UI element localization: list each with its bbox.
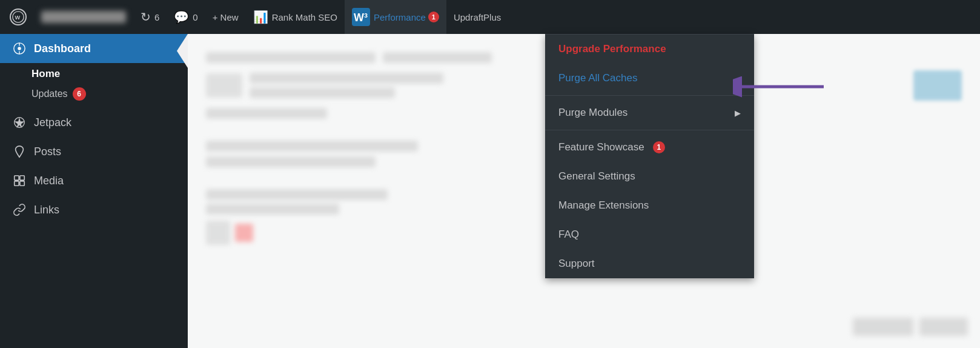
dropdown-divider-1 xyxy=(545,95,754,96)
feature-showcase-label: Feature Showcase xyxy=(558,141,644,153)
dropdown-item-purge-modules[interactable]: Purge Modules ▶ xyxy=(545,98,754,127)
posts-icon xyxy=(12,144,27,159)
dropdown-item-support[interactable]: Support xyxy=(545,249,754,278)
arrow-svg xyxy=(733,72,830,102)
faq-label: FAQ xyxy=(558,229,579,241)
pink-block xyxy=(235,224,253,242)
bottom-blurred-blocks xyxy=(853,318,968,336)
svg-rect-13 xyxy=(20,181,24,186)
dropdown-item-purge-caches[interactable]: Purge All Caches xyxy=(545,64,754,93)
svg-rect-11 xyxy=(20,176,24,180)
wordpress-icon: W xyxy=(10,8,27,25)
dropdown-item-general-settings[interactable]: General Settings xyxy=(545,162,754,191)
gray-block xyxy=(206,221,230,245)
performance-button[interactable]: W³ Performance 1 xyxy=(345,0,446,34)
general-settings-label: General Settings xyxy=(558,170,635,182)
comments-count: 0 xyxy=(193,12,197,22)
bottom-block-2 xyxy=(919,318,968,336)
comments-icon: 💬 xyxy=(174,10,189,24)
jetpack-label: Jetpack xyxy=(34,116,71,129)
performance-label: Performance xyxy=(374,12,426,22)
svg-rect-12 xyxy=(15,181,19,186)
placeholder-7 xyxy=(206,141,418,152)
rank-math-label: Rank Math SEO xyxy=(272,12,337,22)
admin-bar: W ↻ 6 💬 0 + New 📊 Rank Math SEO W³ Perfo… xyxy=(0,0,980,34)
placeholder-1 xyxy=(206,52,376,63)
bottom-block-1 xyxy=(853,318,913,336)
upgrade-performance-label: Upgrade Performance xyxy=(558,43,666,55)
dropdown-item-manage-extensions[interactable]: Manage Extensions xyxy=(545,191,754,220)
media-label: Media xyxy=(34,175,64,187)
active-indicator xyxy=(188,38,199,59)
site-name-button[interactable] xyxy=(34,0,133,34)
dropdown-item-faq[interactable]: FAQ xyxy=(545,220,754,249)
sidebar-item-posts[interactable]: Posts xyxy=(0,137,188,166)
updates-row: Updates 6 xyxy=(31,87,176,101)
w3-performance-icon: W³ xyxy=(352,8,370,26)
dashboard-icon xyxy=(12,41,27,56)
placeholder-10 xyxy=(206,204,339,215)
svg-rect-10 xyxy=(15,176,19,180)
comments-button[interactable]: 💬 0 xyxy=(167,0,205,34)
dropdown-divider-2 xyxy=(545,130,754,130)
rank-math-icon: 📊 xyxy=(253,10,268,24)
sidebar-item-home[interactable]: Home xyxy=(0,63,188,82)
updates-label: Updates xyxy=(31,89,68,99)
feature-showcase-badge: 1 xyxy=(653,141,665,153)
placeholder-6 xyxy=(206,108,327,119)
svg-point-5 xyxy=(18,47,21,50)
submenu-arrow-icon: ▶ xyxy=(735,109,741,118)
svg-text:W: W xyxy=(15,15,21,21)
sidebar-item-media[interactable]: Media xyxy=(0,166,188,195)
purge-caches-label: Purge All Caches xyxy=(558,72,637,84)
sync-button[interactable]: ↻ 6 xyxy=(133,0,167,34)
placeholder-2 xyxy=(383,52,492,63)
purge-modules-label: Purge Modules xyxy=(558,107,627,119)
links-label: Links xyxy=(34,204,59,216)
rank-math-button[interactable]: 📊 Rank Math SEO xyxy=(246,0,345,34)
purge-caches-arrow-annotation xyxy=(733,72,830,104)
new-label: + New xyxy=(213,12,239,22)
home-label: Home xyxy=(31,68,60,79)
performance-badge: 1 xyxy=(428,12,439,22)
updraftplus-button[interactable]: UpdraftPlus xyxy=(446,0,508,34)
blue-accent-block xyxy=(913,70,962,101)
jetpack-icon xyxy=(12,115,27,130)
site-name-blurred xyxy=(41,11,126,23)
manage-extensions-label: Manage Extensions xyxy=(558,199,649,212)
performance-dropdown-menu: Upgrade Performance Purge All Caches Pur… xyxy=(545,34,754,278)
links-icon xyxy=(12,202,27,217)
color-blocks-row xyxy=(206,221,388,245)
posts-label: Posts xyxy=(34,146,61,158)
placeholder-5 xyxy=(250,87,395,98)
dropdown-item-feature-showcase[interactable]: Feature Showcase 1 xyxy=(545,133,754,162)
placeholder-3 xyxy=(206,73,242,98)
placeholder-4 xyxy=(250,73,443,84)
updates-badge: 6 xyxy=(73,87,86,101)
media-icon xyxy=(12,173,27,188)
updraftplus-label: UpdraftPlus xyxy=(454,12,501,22)
sync-icon: ↻ xyxy=(141,10,151,24)
svg-text:W³: W³ xyxy=(354,12,368,24)
placeholder-9 xyxy=(206,189,388,200)
sidebar-item-jetpack[interactable]: Jetpack xyxy=(0,108,188,137)
dropdown-item-upgrade[interactable]: Upgrade Performance xyxy=(545,35,754,64)
sync-count: 6 xyxy=(154,12,159,22)
sidebar-item-updates[interactable]: Updates 6 xyxy=(0,82,188,103)
wp-logo-button[interactable]: W xyxy=(2,0,34,34)
dashboard-label: Dashboard xyxy=(34,42,91,55)
sidebar-item-dashboard[interactable]: Dashboard xyxy=(0,34,188,63)
placeholder-8 xyxy=(206,156,376,167)
new-content-button[interactable]: + New xyxy=(205,0,246,34)
sidebar-item-links[interactable]: Links xyxy=(0,195,188,224)
admin-sidebar: Dashboard Home Updates 6 Jetpack Posts xyxy=(0,34,188,348)
support-label: Support xyxy=(558,258,595,270)
